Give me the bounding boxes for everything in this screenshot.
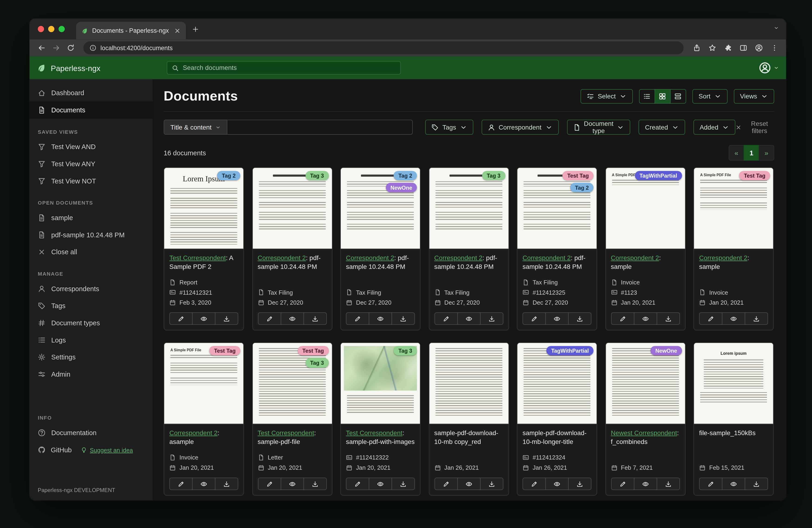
window-minimize-button[interactable] xyxy=(48,26,54,32)
correspondent-link[interactable]: Test Correspondent xyxy=(258,430,314,437)
edit-document-button[interactable] xyxy=(611,477,634,490)
sidebar-item-sample[interactable]: sample xyxy=(29,209,153,226)
pagination-next-button[interactable]: » xyxy=(759,145,774,161)
document-thumbnail[interactable]: Tag 3 xyxy=(341,343,420,424)
download-document-button[interactable] xyxy=(745,313,768,325)
document-thumbnail[interactable]: Tag 2NewOne xyxy=(341,168,420,249)
document-thumbnail[interactable]: Test TagTag 3 xyxy=(252,343,332,424)
edit-document-button[interactable] xyxy=(346,313,369,325)
tag-badge[interactable]: NewOne xyxy=(386,183,417,192)
tag-badge[interactable]: NewOne xyxy=(651,346,682,356)
download-document-button[interactable] xyxy=(568,477,591,490)
edit-document-button[interactable] xyxy=(699,477,722,490)
filter-document-type-button[interactable]: Document type xyxy=(567,119,630,135)
document-thumbnail[interactable]: Test TagA Simple PDF File xyxy=(694,168,773,249)
document-card[interactable]: Tag 3Correspondent 2: pdf-sample 10.24.4… xyxy=(252,167,332,331)
download-document-button[interactable] xyxy=(480,477,503,490)
download-document-button[interactable] xyxy=(480,313,503,325)
view-document-button[interactable] xyxy=(280,477,304,490)
correspondent-link[interactable]: Correspondent 2 xyxy=(258,254,306,261)
document-card[interactable]: Lorem ipsumfile-sample_150kBsFeb 15, 202… xyxy=(693,342,774,496)
edit-document-button[interactable] xyxy=(170,313,193,325)
document-card[interactable]: Test TagA Simple PDF FileCorrespondent 2… xyxy=(693,167,774,331)
edit-document-button[interactable] xyxy=(434,313,458,325)
view-document-button[interactable] xyxy=(545,313,568,325)
tag-badge[interactable]: Test Tag xyxy=(563,171,594,180)
sidebar-item-documents[interactable]: Documents xyxy=(29,101,153,119)
site-info-icon[interactable] xyxy=(90,45,96,51)
browser-puzzle-button[interactable] xyxy=(721,41,734,55)
download-document-button[interactable] xyxy=(392,477,415,490)
correspondent-link[interactable]: Newest Correspondent xyxy=(611,430,677,437)
browser-share-button[interactable] xyxy=(690,41,704,55)
filter-tags-button[interactable]: Tags xyxy=(425,119,473,135)
view-document-button[interactable] xyxy=(368,313,392,325)
tag-badge[interactable]: Tag 3 xyxy=(305,358,329,367)
browser-avatar-button[interactable] xyxy=(752,41,765,55)
edit-document-button[interactable] xyxy=(699,313,722,325)
download-document-button[interactable] xyxy=(303,313,327,325)
document-card[interactable]: Tag 3Correspondent 2: pdf-sample 10.24.4… xyxy=(429,167,509,331)
edit-document-button[interactable] xyxy=(258,313,281,325)
sidebar-item-documentation[interactable]: Documentation xyxy=(29,424,153,441)
correspondent-link[interactable]: Test Correspondent xyxy=(346,430,402,437)
view-document-button[interactable] xyxy=(545,477,568,490)
document-thumbnail[interactable]: Test TagA Simple PDF File xyxy=(164,343,243,424)
document-card[interactable]: TagWithPartialA Simple PDF FileCorrespon… xyxy=(605,167,685,331)
tag-badge[interactable]: TagWithPartial xyxy=(635,171,682,180)
correspondent-link[interactable]: Correspondent 2 xyxy=(434,254,483,261)
document-card[interactable]: sample-pdf-download-10-mb copy_redJan 26… xyxy=(429,342,509,496)
document-thumbnail[interactable]: Test TagTag 2 xyxy=(518,168,597,249)
tag-badge[interactable]: Tag 3 xyxy=(305,171,329,180)
sidebar-item-pdf-sample-10-24-48-pm[interactable]: pdf-sample 10.24.48 PM xyxy=(29,226,153,244)
sidebar-item-correspondents[interactable]: Correspondents xyxy=(29,280,153,297)
correspondent-link[interactable]: Correspondent 2 xyxy=(346,254,394,261)
tag-badge[interactable]: Tag 2 xyxy=(217,171,241,180)
edit-document-button[interactable] xyxy=(611,313,634,325)
correspondent-link[interactable]: Correspondent 2 xyxy=(170,430,218,437)
pagination-prev-button[interactable]: « xyxy=(729,145,744,161)
edit-document-button[interactable] xyxy=(346,477,369,490)
tag-badge[interactable]: Test Tag xyxy=(209,346,240,356)
document-card[interactable]: NewOneNewest Correspondent: f_combinedsF… xyxy=(605,342,685,496)
download-document-button[interactable] xyxy=(303,477,327,490)
edit-document-button[interactable] xyxy=(434,477,458,490)
download-document-button[interactable] xyxy=(215,477,238,490)
edit-document-button[interactable] xyxy=(523,477,546,490)
document-card[interactable]: Test TagA Simple PDF FileCorrespondent 2… xyxy=(164,342,244,496)
new-tab-button[interactable] xyxy=(192,26,199,32)
document-thumbnail[interactable]: NewOne xyxy=(606,343,685,424)
edit-document-button[interactable] xyxy=(523,313,546,325)
view-document-button[interactable] xyxy=(280,313,304,325)
document-card[interactable]: Test TagTag 3Test Correspondent: sample-… xyxy=(252,342,332,496)
reset-filters-button[interactable]: Reset filters xyxy=(735,120,774,134)
suggest-idea-link[interactable]: Suggest an idea xyxy=(81,447,133,453)
browser-star-button[interactable] xyxy=(705,41,719,55)
document-thumbnail[interactable]: Lorem ipsum xyxy=(694,343,773,424)
sidebar-item-test-view-and[interactable]: Test View AND xyxy=(29,138,153,156)
filter-added-button[interactable]: Added xyxy=(693,119,735,135)
document-thumbnail[interactable]: TagWithPartial xyxy=(518,343,597,424)
browser-reload-button[interactable] xyxy=(63,41,77,55)
sort-dropdown-button[interactable]: Sort xyxy=(693,89,728,103)
view-document-button[interactable] xyxy=(722,477,745,490)
user-menu-button[interactable] xyxy=(759,61,779,74)
view-document-button[interactable] xyxy=(634,477,657,490)
filter-created-button[interactable]: Created xyxy=(639,119,685,135)
select-dropdown-button[interactable]: Select xyxy=(581,89,633,103)
download-document-button[interactable] xyxy=(215,313,238,325)
document-card[interactable]: Test TagTag 2Correspondent 2: pdf-sample… xyxy=(517,167,597,331)
browser-tab[interactable]: Documents - Paperless-ngx xyxy=(76,22,186,40)
view-toggle-listul[interactable] xyxy=(639,89,655,103)
filter-text-input[interactable] xyxy=(228,119,413,135)
correspondent-link[interactable]: Correspondent 2 xyxy=(523,254,571,261)
tag-badge[interactable]: Tag 2 xyxy=(394,171,417,180)
correspondent-link[interactable]: Correspondent 2 xyxy=(699,254,748,261)
download-document-button[interactable] xyxy=(568,313,591,325)
sidebar-item-close-all[interactable]: Close all xyxy=(29,244,153,261)
view-toggle-grid[interactable] xyxy=(655,89,671,103)
browser-forward-button[interactable] xyxy=(49,41,63,55)
filter-field-dropdown[interactable]: Title & content xyxy=(164,119,228,135)
tag-badge[interactable]: TagWithPartial xyxy=(547,346,593,356)
view-document-button[interactable] xyxy=(192,477,215,490)
